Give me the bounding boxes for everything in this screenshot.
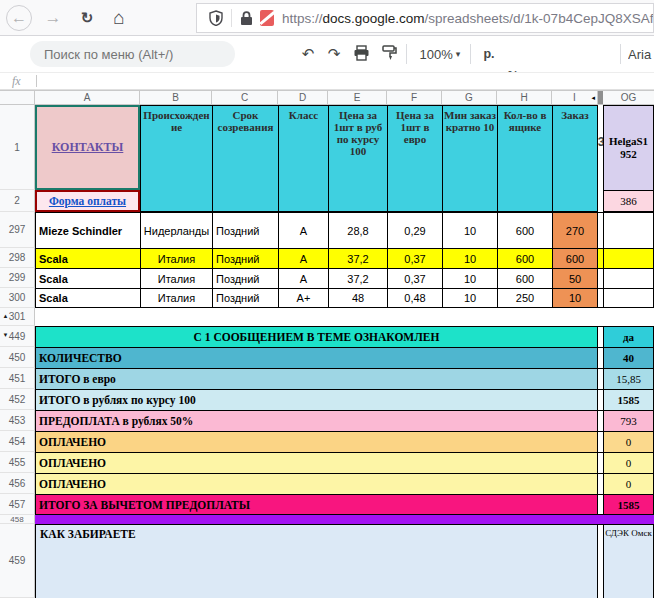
cell-variety[interactable]: Scala <box>35 288 140 308</box>
pickup-row-label[interactable]: КАК ЗАБИРАЕТЕ <box>35 524 598 598</box>
summary-row-value[interactable]: 793 <box>603 410 654 431</box>
cell-class[interactable]: A <box>278 268 328 288</box>
format-currency-button[interactable]: р. <box>478 43 500 65</box>
payment-form-link[interactable]: Форма оплаты <box>49 195 126 207</box>
column-header-e[interactable]: E <box>328 91 387 104</box>
row-header-454[interactable]: 454 <box>0 431 35 452</box>
print-button[interactable] <box>348 43 374 65</box>
cell-min-order[interactable]: 10 <box>442 288 497 308</box>
row-header-457[interactable]: 457 <box>0 494 35 515</box>
shield-icon[interactable] <box>207 9 225 27</box>
cell-origin[interactable]: Нидерланды <box>140 212 212 248</box>
column-header-c[interactable]: C <box>212 91 278 104</box>
summary-row-value[interactable]: 0 <box>603 431 654 452</box>
extension-icon[interactable] <box>260 10 274 26</box>
reload-button[interactable]: ↻ <box>74 5 100 31</box>
summary-row-label[interactable]: ОПЛАЧЕНО <box>35 473 598 494</box>
row-header-297[interactable]: 297 <box>0 212 35 248</box>
summary-row-value[interactable]: 15,85 <box>603 368 654 389</box>
cell-per-box[interactable]: 600 <box>497 248 552 268</box>
cell-og-empty[interactable] <box>603 248 654 268</box>
cell-price-rub[interactable]: 37,2 <box>328 248 387 268</box>
cell-price-eur[interactable]: 0,37 <box>387 268 442 288</box>
cell-og-empty[interactable] <box>603 288 654 308</box>
row-header-458[interactable]: 458 <box>0 515 35 524</box>
row-header-453[interactable]: 453 <box>0 410 35 431</box>
cell-order-qty[interactable]: 50 <box>552 268 598 288</box>
header-cell-price-rub[interactable]: Цена за 1шт в руб по курсу 100 <box>328 105 387 212</box>
cell-price-eur[interactable]: 0,48 <box>387 288 442 308</box>
row-header-451[interactable]: 451 <box>0 368 35 389</box>
summary-row-label[interactable]: КОЛИЧЕСТВО <box>35 347 598 368</box>
cell-a2-payment-form[interactable]: Форма оплаты <box>35 190 140 212</box>
cell-price-rub[interactable]: 28,8 <box>328 212 387 248</box>
cell-per-box[interactable]: 600 <box>497 268 552 288</box>
font-family-select[interactable]: Aria <box>628 43 654 65</box>
column-header-f[interactable]: F <box>387 91 442 104</box>
cell-min-order[interactable]: 10 <box>442 248 497 268</box>
column-header-a[interactable]: A <box>35 91 140 104</box>
column-header-b[interactable]: B <box>140 91 212 104</box>
cell-origin[interactable]: Италия <box>140 288 212 308</box>
cell-order-qty[interactable]: 10 <box>552 288 598 308</box>
column-header-h[interactable]: H <box>497 91 552 104</box>
summary-row-label[interactable]: ИТОГО в рублях по курсу 100 <box>35 389 598 410</box>
cell-og1-user[interactable]: HelgaS1 952 <box>603 105 654 190</box>
row-header-450[interactable]: 450 <box>0 347 35 368</box>
cell-variety[interactable]: Scala <box>35 248 140 268</box>
cell-variety[interactable]: Scala <box>35 268 140 288</box>
lock-icon[interactable] <box>238 9 256 27</box>
cell-class[interactable]: A <box>278 212 328 248</box>
cell-ripening[interactable]: Поздний <box>212 248 278 268</box>
cell-price-eur[interactable]: 0,37 <box>387 248 442 268</box>
home-button[interactable]: ⌂ <box>106 5 132 31</box>
paint-format-button[interactable] <box>376 43 402 65</box>
header-cell-class[interactable]: Класс <box>278 105 328 212</box>
cell-order-qty[interactable]: 270 <box>552 212 598 248</box>
row-header-298[interactable]: 298 <box>0 248 35 268</box>
row-group-collapsed-icon[interactable]: ▲ <box>1 313 10 319</box>
undo-button[interactable]: ↶ <box>296 43 320 65</box>
column-header-g[interactable]: G <box>442 91 497 104</box>
cell-origin[interactable]: Италия <box>140 248 212 268</box>
row-header-455[interactable]: 455 <box>0 452 35 473</box>
cell-per-box[interactable]: 250 <box>497 288 552 308</box>
cell-price-rub[interactable]: 48 <box>328 288 387 308</box>
back-button[interactable]: ← <box>6 5 32 31</box>
summary-row-label[interactable]: ИТОГО в евро <box>35 368 598 389</box>
header-cell-per-box[interactable]: Кол-во в ящике <box>497 105 552 212</box>
formula-input[interactable] <box>42 73 646 90</box>
column-header-i[interactable]: I◂ <box>552 91 598 104</box>
summary-row-label[interactable]: ОПЛАЧЕНО <box>35 431 598 452</box>
cell-og-empty[interactable] <box>603 212 654 248</box>
header-cell-origin[interactable]: Происхождение <box>140 105 212 212</box>
redo-button[interactable]: ↷ <box>322 43 346 65</box>
zoom-select[interactable]: 100%▾ <box>414 43 466 65</box>
header-cell-price-eur[interactable]: Цена за 1шт в евро <box>387 105 442 212</box>
pickup-row-value[interactable]: СДЭК Омск <box>603 524 654 598</box>
cell-class[interactable]: A <box>278 248 328 268</box>
cell-price-rub[interactable]: 37,2 <box>328 268 387 288</box>
row-header-2[interactable]: 2 <box>0 190 35 212</box>
cell-ripening[interactable]: Поздний <box>212 212 278 248</box>
column-header-d[interactable]: D <box>278 91 328 104</box>
summary-row-value[interactable]: 0 <box>603 473 654 494</box>
summary-row-label[interactable]: ОПЛАЧЕНО <box>35 452 598 473</box>
summary-row-value[interactable]: да <box>603 326 654 347</box>
cell-min-order[interactable]: 10 <box>442 268 497 288</box>
summary-row-label[interactable]: С 1 СООБЩЕНИЕМ В ТЕМЕ ОЗНАКОМЛЕН <box>35 326 598 347</box>
column-header-og[interactable]: OG <box>603 91 654 104</box>
hidden-columns-icon[interactable]: ◂ <box>591 94 595 102</box>
purple-separator-row[interactable] <box>35 515 654 524</box>
forward-button[interactable]: → <box>40 5 66 31</box>
summary-row-value[interactable]: 40 <box>603 347 654 368</box>
cell-per-box[interactable]: 600 <box>497 212 552 248</box>
row-header-1[interactable]: 1 <box>0 105 35 190</box>
row-header-459[interactable]: 459 <box>0 524 35 598</box>
header-cell-ripening[interactable]: Срок созревания <box>212 105 278 212</box>
menu-search-input[interactable] <box>30 41 235 67</box>
url-text[interactable]: https://docs.google.com/spreadsheets/d/1… <box>282 11 653 26</box>
cell-og2-number[interactable]: 386 <box>603 190 654 212</box>
header-cell-min-order[interactable]: Мин заказ кратно 10 <box>442 105 497 212</box>
cell-variety[interactable]: Mieze Schindler <box>35 212 140 248</box>
